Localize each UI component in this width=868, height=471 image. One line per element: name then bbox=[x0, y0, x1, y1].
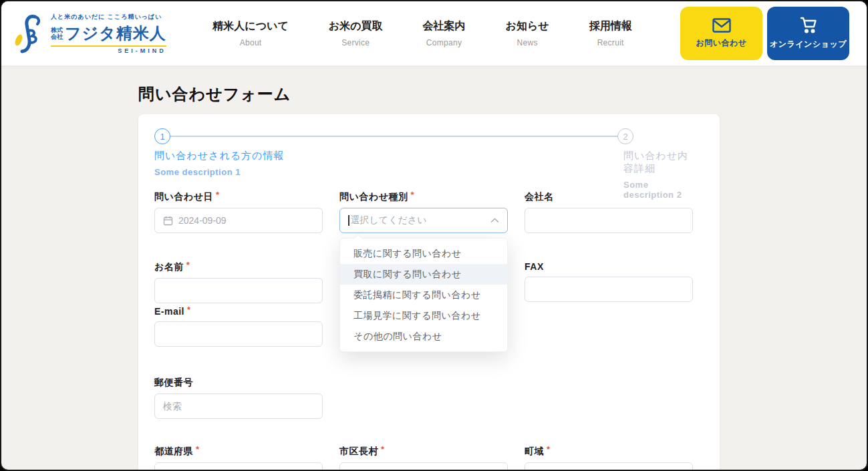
prefecture-label: 都道府県 * bbox=[154, 446, 323, 458]
nav-item-company[interactable]: 会社案内 Company bbox=[423, 19, 466, 47]
fax-input[interactable] bbox=[525, 277, 693, 302]
city-label: 市区長村 * bbox=[339, 446, 508, 458]
field-prefecture: 都道府県 * bbox=[154, 446, 323, 470]
zipcode-input[interactable] bbox=[154, 394, 323, 419]
company-name-input[interactable] bbox=[525, 208, 693, 233]
required-asterisk: * bbox=[196, 446, 200, 454]
label-text: 町域 bbox=[525, 446, 544, 458]
browser-viewport: 人と米のあいだに こころ精いっぱい 株式 会社 フジタ精米人 SEI-MIND … bbox=[0, 0, 868, 471]
town-label: 町域 * bbox=[525, 446, 693, 458]
inquiry-type-placeholder: 選択してください bbox=[351, 214, 486, 226]
nav-label: 精米人について bbox=[212, 19, 289, 33]
label-text: 都道府県 bbox=[154, 446, 193, 458]
step-1-title: 問い合わせされる方の情報 bbox=[154, 150, 284, 162]
field-town: 町域 * bbox=[525, 446, 693, 470]
required-asterisk: * bbox=[186, 261, 190, 269]
nav-item-news[interactable]: お知らせ News bbox=[506, 19, 549, 47]
nav-sublabel: Recruit bbox=[589, 38, 632, 47]
required-asterisk: * bbox=[216, 191, 220, 199]
site-header: 人と米のあいだに こころ精いっぱい 株式 会社 フジタ精米人 SEI-MIND … bbox=[1, 1, 867, 66]
nav-sublabel: Service bbox=[329, 38, 383, 47]
required-asterisk: * bbox=[410, 191, 414, 199]
logo-subtitle: SEI-MIND bbox=[118, 47, 166, 54]
field-fax: FAX bbox=[525, 261, 693, 306]
logo-mark-icon bbox=[12, 13, 48, 53]
inquiry-date-value: 2024-09-09 bbox=[178, 215, 314, 226]
nav-item-about[interactable]: 精米人について About bbox=[212, 19, 289, 47]
page-title: 問い合わせフォーム bbox=[138, 84, 867, 105]
text-caret bbox=[348, 215, 349, 226]
city-input[interactable] bbox=[339, 462, 508, 470]
name-input[interactable] bbox=[154, 278, 323, 303]
mail-icon bbox=[712, 18, 731, 33]
dropdown-notch bbox=[353, 234, 363, 243]
required-asterisk: * bbox=[547, 446, 551, 454]
logo-text: 人と米のあいだに こころ精いっぱい 株式 会社 フジタ精米人 SEI-MIND bbox=[51, 13, 166, 54]
town-input[interactable] bbox=[525, 462, 693, 470]
field-name: お名前 * bbox=[154, 261, 323, 306]
company-logo[interactable]: 人と米のあいだに こころ精いっぱい 株式 会社 フジタ精米人 SEI-MIND bbox=[12, 13, 171, 54]
prefecture-input[interactable] bbox=[154, 462, 323, 470]
field-company-name: 会社名 bbox=[525, 191, 693, 261]
zipcode-label: 郵便番号 bbox=[154, 377, 323, 389]
main-navigation: 精米人について About お米の買取 Service 会社案内 Company… bbox=[171, 19, 674, 47]
fax-label: FAX bbox=[525, 261, 693, 272]
step-2-title: 問い合わせ内容詳細 bbox=[623, 150, 692, 175]
contact-form-card: 1 2 問い合わせされる方の情報 Some description 1 問い合わ… bbox=[138, 114, 720, 470]
required-asterisk: * bbox=[187, 306, 191, 314]
cart-icon bbox=[799, 17, 818, 34]
header-buttons: お問い合わせ オンラインショップ bbox=[680, 7, 849, 60]
contact-button[interactable]: お問い合わせ bbox=[680, 7, 762, 60]
label-text: FAX bbox=[525, 261, 544, 272]
logo-company-name: フジタ精米人 bbox=[65, 23, 166, 44]
required-asterisk: * bbox=[381, 446, 385, 454]
label-text: 郵便番号 bbox=[154, 377, 193, 389]
company-name-label: 会社名 bbox=[525, 191, 693, 203]
chevron-up-icon bbox=[490, 218, 499, 223]
nav-sublabel: About bbox=[212, 38, 289, 47]
inquiry-date-label: 問い合わせ日 * bbox=[154, 191, 323, 203]
inquiry-date-input[interactable]: 2024-09-09 bbox=[154, 208, 323, 233]
dropdown-option-sales[interactable]: 販売に関する問い合わせ bbox=[340, 243, 507, 264]
inquiry-type-label: 問い合わせ種別 * bbox=[339, 191, 508, 203]
contact-form: 問い合わせ日 * 2024-09-09 bbox=[154, 191, 692, 470]
dropdown-option-milling[interactable]: 委託搗精に関する問い合わせ bbox=[340, 285, 507, 305]
nav-sublabel: News bbox=[506, 38, 549, 47]
label-text: 問い合わせ日 bbox=[154, 191, 213, 203]
dropdown-option-purchase[interactable]: 買取に関する問い合わせ bbox=[340, 264, 507, 285]
nav-label: 採用情報 bbox=[589, 19, 632, 33]
label-text: お名前 bbox=[154, 261, 184, 273]
field-inquiry-date: 問い合わせ日 * 2024-09-09 bbox=[154, 191, 323, 261]
email-input[interactable] bbox=[154, 321, 323, 347]
inquiry-type-select[interactable]: 選択してください bbox=[339, 208, 508, 233]
nav-item-recruit[interactable]: 採用情報 Recruit bbox=[589, 19, 632, 47]
nav-item-service[interactable]: お米の買取 Service bbox=[329, 19, 383, 47]
dropdown-option-factory-tour[interactable]: 工場見学に関する問い合わせ bbox=[340, 305, 507, 326]
label-text: 問い合わせ種別 bbox=[339, 191, 408, 203]
field-inquiry-type: 問い合わせ種別 * 選択してください bbox=[339, 191, 508, 261]
inquiry-type-dropdown: 販売に関する問い合わせ 買取に関する問い合わせ 委託搗精に関する問い合わせ 工場… bbox=[339, 238, 508, 352]
name-label: お名前 * bbox=[154, 261, 323, 273]
main-content: 問い合わせフォーム 1 2 問い合わせされる方の情報 Some descript… bbox=[1, 66, 867, 470]
online-shop-button[interactable]: オンラインショップ bbox=[767, 7, 849, 60]
nav-sublabel: Company bbox=[423, 38, 466, 47]
nav-label: お米の買取 bbox=[329, 19, 383, 33]
step-1-labels: 問い合わせされる方の情報 Some description 1 bbox=[154, 150, 284, 177]
dropdown-option-other[interactable]: その他の問い合わせ bbox=[340, 326, 507, 347]
field-city: 市区長村 * bbox=[339, 446, 508, 470]
form-stepper: 1 2 問い合わせされる方の情報 Some description 1 問い合わ… bbox=[154, 128, 692, 180]
email-label: E-mail * bbox=[154, 306, 323, 317]
step-1-description: Some description 1 bbox=[154, 167, 284, 177]
contact-button-label: お問い合わせ bbox=[696, 37, 746, 49]
field-email: E-mail * bbox=[154, 306, 323, 377]
label-text: 会社名 bbox=[525, 191, 554, 203]
shop-button-label: オンラインショップ bbox=[770, 39, 847, 50]
field-zipcode: 郵便番号 bbox=[154, 377, 323, 446]
step-2-indicator: 2 bbox=[617, 128, 633, 144]
step-1-indicator: 1 bbox=[154, 128, 170, 144]
nav-label: 会社案内 bbox=[423, 19, 466, 33]
calendar-icon bbox=[163, 216, 173, 226]
stepper-connector-line bbox=[170, 136, 617, 137]
label-text: E-mail bbox=[154, 306, 184, 317]
nav-label: お知らせ bbox=[506, 19, 549, 33]
